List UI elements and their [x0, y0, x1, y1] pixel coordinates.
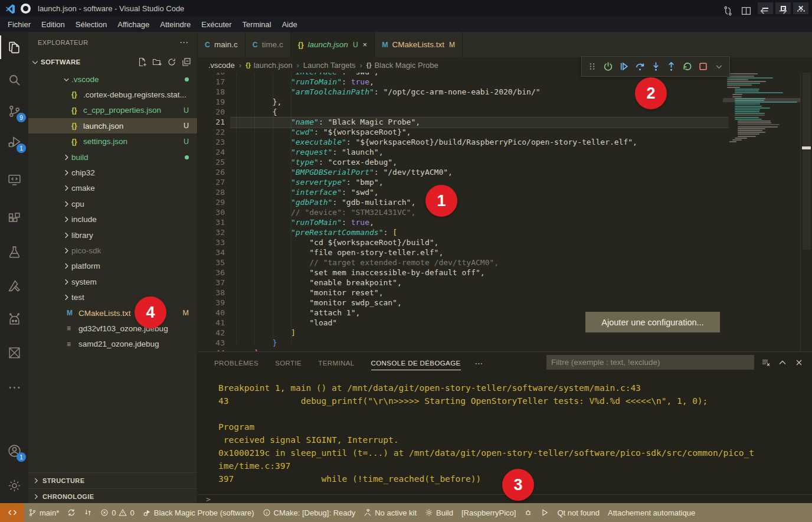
- status-bug[interactable]: [520, 508, 536, 517]
- sidebar-more-icon[interactable]: ⋯: [179, 37, 189, 48]
- minimap-line: [735, 90, 759, 92]
- navigate-back-icon[interactable]: [759, 6, 770, 16]
- status-play[interactable]: [536, 508, 553, 517]
- menu-terminal[interactable]: Terminal: [237, 18, 277, 31]
- tree-item-launch-json[interactable]: {}launch.jsonU: [28, 118, 197, 133]
- compare-changes-icon[interactable]: [723, 6, 733, 16]
- activity-more[interactable]: [0, 373, 28, 402]
- tree-item-cpu[interactable]: cpu: [28, 196, 197, 211]
- menu-affichage[interactable]: Affichage: [112, 18, 155, 31]
- tree-item-build[interactable]: build: [28, 149, 197, 165]
- breadcrumb-item[interactable]: {}launch.json: [245, 61, 292, 70]
- refresh-icon[interactable]: [167, 57, 176, 67]
- tree-item-test[interactable]: test: [28, 290, 197, 305]
- status-compare[interactable]: [80, 508, 96, 517]
- activity-remote-explorer[interactable]: [0, 165, 28, 194]
- debug-filter-input[interactable]: [546, 355, 754, 370]
- panel-tab-console-de-d-bogage[interactable]: CONSOLE DE DÉBOGAGE: [371, 352, 461, 374]
- activity-settings-gear[interactable]: [0, 471, 28, 500]
- breadcrumb-item[interactable]: Launch Targets: [303, 61, 356, 70]
- panel-more-icon[interactable]: ⋯: [475, 358, 484, 368]
- tree-item-gd32vf103-ozone-jdebug[interactable]: ≡gd32vf103_ozone.jdebug: [28, 321, 197, 336]
- tab-close-icon[interactable]: ×: [363, 40, 368, 49]
- debug-restart-button[interactable]: [679, 58, 695, 74]
- tree-item-chip32[interactable]: chip32: [28, 165, 197, 180]
- debug-console-input[interactable]: >: [198, 494, 812, 504]
- activity-extensions[interactable]: [0, 204, 28, 233]
- activity-installer-box[interactable]: [0, 338, 28, 367]
- tree-item--vscode[interactable]: .vscode: [28, 71, 197, 87]
- breadcrumb-item[interactable]: {}Black Magic Probe: [366, 61, 438, 70]
- section-structure[interactable]: STRUCTURE: [28, 472, 197, 488]
- close-panel-icon[interactable]: [794, 358, 804, 367]
- tree-item-cmakelists-txt[interactable]: MCMakeLists.txtM: [28, 305, 197, 321]
- workspace-section-header[interactable]: SOFTWARE: [28, 53, 197, 71]
- tree-item--cortex-debug-registers-stat-[interactable]: {}.cortex-debug.registers.stat...: [28, 87, 197, 102]
- more-actions-icon[interactable]: [796, 6, 806, 16]
- menu-aide[interactable]: Aide: [277, 18, 303, 31]
- activity-explorer[interactable]: [0, 33, 28, 61]
- breadcrumb-item[interactable]: .vscode: [208, 61, 235, 70]
- section-chronologie[interactable]: CHRONOLOGIE: [28, 488, 197, 504]
- tab-launch-json[interactable]: {}launch.jsonU×: [291, 32, 375, 57]
- tree-item-cmake[interactable]: cmake: [28, 181, 197, 196]
- activity-design-tool[interactable]: [0, 271, 28, 299]
- line-number: 31: [198, 217, 225, 227]
- new-folder-icon[interactable]: [152, 57, 162, 67]
- menu-edition[interactable]: Edition: [36, 18, 70, 31]
- debug-gripper-button[interactable]: [584, 58, 600, 74]
- menu-atteindre[interactable]: Atteindre: [155, 18, 196, 31]
- minimap-line: [735, 117, 759, 118]
- tree-item-system[interactable]: system: [28, 274, 197, 289]
- status-raspberrypico[interactable]: [RaspberryPico]: [457, 508, 520, 517]
- clear-console-icon[interactable]: [761, 358, 771, 367]
- debug-stop-button[interactable]: [695, 58, 711, 74]
- status-sync[interactable]: [63, 508, 80, 517]
- remote-indicator[interactable]: [0, 503, 24, 522]
- menu-slection[interactable]: Sélection: [70, 18, 112, 31]
- navigate-forward-icon[interactable]: [778, 6, 788, 16]
- panel-tab-probl-mes[interactable]: PROBLÈMES: [214, 352, 258, 374]
- activity-source-control[interactable]: 9: [0, 97, 28, 125]
- status-black-magic-probe-software[interactable]: Black Magic Probe (software): [139, 508, 258, 517]
- debug-continue-button[interactable]: [616, 58, 632, 74]
- status-qt-not-found[interactable]: Qt not found: [553, 508, 604, 517]
- status-attachement-automatique[interactable]: Attachement automatique: [604, 508, 699, 517]
- status-cmake-debug-ready[interactable]: CMake: [Debug]: Ready: [258, 508, 360, 517]
- new-file-icon[interactable]: [137, 57, 147, 67]
- status-build[interactable]: Build: [421, 508, 457, 517]
- add-configuration-button[interactable]: Ajouter une configuration...: [585, 312, 720, 332]
- editor-scrollbar[interactable]: [800, 57, 812, 351]
- debug-start-button[interactable]: [600, 58, 616, 74]
- tree-item-library[interactable]: library: [28, 227, 197, 243]
- panel-tab-terminal[interactable]: TERMINAL: [318, 352, 354, 374]
- tree-item-platform[interactable]: platform: [28, 259, 197, 274]
- menu-fichier[interactable]: Fichier: [2, 18, 36, 31]
- maximize-panel-icon[interactable]: [778, 358, 787, 367]
- status-0[interactable]: 00: [96, 508, 138, 517]
- menu-excuter[interactable]: Exécuter: [196, 18, 237, 31]
- tree-item-include[interactable]: include: [28, 212, 197, 227]
- activity-run-debug[interactable]: 1: [0, 128, 28, 156]
- debug-step-into-button[interactable]: [648, 58, 664, 74]
- activity-test-beaker[interactable]: [0, 238, 28, 266]
- tree-item-pico-sdk[interactable]: pico-sdk: [28, 243, 197, 258]
- status-no-active-kit[interactable]: No active kit: [359, 508, 421, 517]
- activity-account[interactable]: 1: [0, 436, 28, 465]
- activity-search[interactable]: [0, 66, 28, 94]
- split-editor-icon[interactable]: [741, 6, 751, 16]
- tab-time-c[interactable]: Ctime.c: [245, 32, 291, 57]
- debug-step-out-button[interactable]: [663, 58, 679, 74]
- tab-main-c[interactable]: Cmain.c: [198, 32, 245, 57]
- status-main[interactable]: main*: [24, 508, 63, 517]
- tree-item-samd21-ozone-jdebug[interactable]: ≡samd21_ozone.jdebug: [28, 337, 197, 352]
- tree-item-c-cpp-properties-json[interactable]: {}c_cpp_properties.jsonU: [28, 103, 197, 118]
- tab-cmakelists-txt[interactable]: MCMakeLists.txtM: [375, 32, 463, 57]
- panel-tab-sortie[interactable]: SORTIE: [275, 352, 302, 374]
- collapse-all-icon[interactable]: [182, 57, 191, 67]
- debug-chevron-down-button[interactable]: [711, 58, 727, 74]
- code-editor[interactable]: 16 "interface": "swd",17 "runToMain": tr…: [198, 57, 812, 351]
- activity-platformio-robot[interactable]: [0, 305, 28, 334]
- tree-item-settings-json[interactable]: {}settings.jsonU: [28, 134, 197, 149]
- debug-step-over-button[interactable]: [632, 58, 648, 74]
